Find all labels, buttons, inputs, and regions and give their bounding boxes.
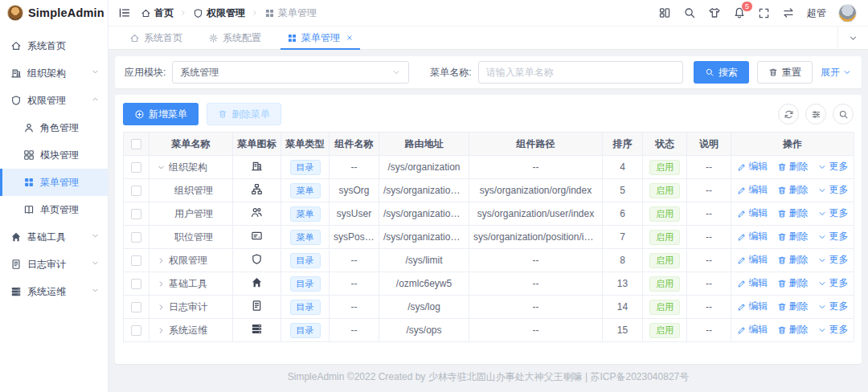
breadcrumb-item-2[interactable]: 菜单管理: [264, 6, 317, 20]
delete-menu-button[interactable]: 删除菜单: [207, 103, 281, 125]
row-expand-icon[interactable]: [157, 256, 166, 265]
tab-1[interactable]: 系统配置: [195, 27, 274, 49]
module-select[interactable]: 系统管理: [172, 61, 409, 84]
delete-link[interactable]: 删除: [777, 253, 809, 267]
gear-icon: [208, 33, 219, 43]
description: --: [687, 202, 731, 226]
tab-label: 系统首页: [144, 31, 182, 45]
sidebar-item-0[interactable]: 系统首页: [0, 32, 108, 59]
sidebar-item-label: 组织架构: [27, 67, 66, 80]
edit-link[interactable]: 编辑: [737, 230, 768, 243]
delete-link[interactable]: 删除: [777, 206, 809, 220]
menu-fold-icon[interactable]: [118, 6, 131, 19]
delete-link[interactable]: 删除: [777, 323, 809, 337]
delete-link[interactable]: 删除: [777, 276, 809, 290]
tabs: 系统首页系统配置菜单管理: [117, 27, 366, 49]
fullscreen-button[interactable]: [758, 7, 770, 19]
row-checkbox[interactable]: [131, 232, 141, 243]
route-address: /sys/limit: [379, 249, 469, 272]
layout-switch-button[interactable]: [658, 6, 671, 19]
switch-org-button[interactable]: [782, 6, 795, 19]
footer-text: SimpleAdmin ©2022 Created by 少林寺驻北固山办事处大…: [115, 370, 862, 386]
refresh-button[interactable]: [778, 104, 799, 125]
column-header: 排序: [603, 133, 643, 156]
chevron-down-icon: [848, 33, 858, 43]
more-link[interactable]: 更多: [817, 160, 849, 174]
edit-link[interactable]: 编辑: [737, 183, 768, 197]
delete-link[interactable]: 删除: [777, 230, 809, 243]
tab-actions-dropdown[interactable]: [837, 27, 868, 49]
table-tools: [778, 104, 854, 125]
edit-link[interactable]: 编辑: [737, 300, 768, 313]
sidebar-item-5[interactable]: 菜单管理: [0, 169, 108, 196]
theme-skin-button[interactable]: [708, 6, 721, 19]
sidebar-item-2[interactable]: 权限管理: [0, 87, 108, 114]
refresh-icon: [784, 109, 794, 120]
sidebar-item-8[interactable]: 日志审计: [0, 251, 108, 278]
edit-link[interactable]: 编辑: [737, 253, 768, 267]
sidebar-item-3[interactable]: 角色管理: [0, 114, 108, 141]
add-menu-button[interactable]: 新增菜单: [123, 103, 199, 125]
row-checkbox[interactable]: [131, 255, 141, 266]
more-link[interactable]: 更多: [817, 253, 849, 267]
table-row: 组织管理菜单sysOrg/sys/organization/orgsys/org…: [124, 179, 854, 202]
breadcrumb-item-1[interactable]: 权限管理: [193, 6, 245, 20]
breadcrumb-item-0[interactable]: 首页: [141, 6, 174, 20]
more-link[interactable]: 更多: [817, 323, 849, 337]
delete-link[interactable]: 删除: [777, 160, 809, 174]
logo[interactable]: SimpleAdmin: [0, 0, 108, 26]
home-icon: [10, 40, 22, 51]
tab-close-icon[interactable]: [346, 34, 354, 42]
row-checkbox[interactable]: [131, 279, 141, 289]
row-expand-icon[interactable]: [157, 326, 166, 335]
row-expand-icon[interactable]: [157, 280, 166, 288]
edit-link[interactable]: 编辑: [737, 160, 768, 174]
more-link[interactable]: 更多: [817, 276, 849, 290]
description: --: [687, 226, 731, 249]
reset-button[interactable]: 重置: [757, 61, 813, 84]
component-path: --: [469, 296, 603, 319]
sidebar-item-4[interactable]: 模块管理: [0, 141, 108, 169]
more-link[interactable]: 更多: [817, 300, 849, 313]
edit-link[interactable]: 编辑: [737, 206, 768, 220]
sidebar-item-6[interactable]: 单页管理: [0, 196, 108, 223]
row-checkbox[interactable]: [131, 302, 141, 312]
username[interactable]: 超管: [807, 6, 826, 20]
description: --: [687, 319, 731, 342]
more-link[interactable]: 更多: [817, 206, 849, 220]
sidebar-item-1[interactable]: 组织架构: [0, 59, 108, 87]
menu-name: 日志审计: [169, 300, 207, 314]
delete-link[interactable]: 删除: [777, 300, 809, 313]
tab-0[interactable]: 系统首页: [117, 27, 195, 49]
filter-actions: 搜索 重置 展开: [694, 61, 852, 84]
chevron-up-icon: [91, 95, 100, 106]
sidebar-item-7[interactable]: 基础工具: [0, 223, 108, 251]
notifications-button[interactable]: 5: [733, 6, 746, 19]
user-avatar[interactable]: [838, 4, 857, 22]
search-button[interactable]: 搜索: [694, 61, 749, 84]
global-search-button[interactable]: [683, 6, 696, 19]
row-checkbox[interactable]: [131, 209, 141, 219]
row-checkbox[interactable]: [131, 162, 141, 173]
row-expand-icon[interactable]: [157, 303, 166, 312]
row-collapse-icon[interactable]: [157, 163, 166, 172]
delete-link[interactable]: 删除: [777, 183, 809, 197]
row-checkbox[interactable]: [131, 325, 141, 336]
route-address: /sys/organization: [379, 156, 469, 179]
edit-link[interactable]: 编辑: [737, 276, 768, 290]
sidebar-item-9[interactable]: 系统运维: [0, 278, 108, 305]
component-path: sys/organization/org/index: [469, 179, 603, 202]
route-address: /sys/organization/positi...: [379, 226, 469, 249]
row-checkbox[interactable]: [131, 186, 141, 196]
expand-filter-link[interactable]: 展开: [821, 66, 852, 80]
more-link[interactable]: 更多: [817, 230, 849, 243]
tab-2[interactable]: 菜单管理: [274, 27, 366, 49]
select-all-checkbox[interactable]: [131, 139, 141, 149]
column-settings-button[interactable]: [805, 104, 826, 125]
log-icon: [10, 259, 22, 270]
table-search-button[interactable]: [833, 104, 854, 125]
edit-link[interactable]: 编辑: [737, 323, 768, 337]
menu-name-input[interactable]: 请输入菜单名称: [478, 61, 683, 84]
route-address: /ozmlc6eyw5: [379, 272, 469, 296]
more-link[interactable]: 更多: [817, 183, 849, 197]
